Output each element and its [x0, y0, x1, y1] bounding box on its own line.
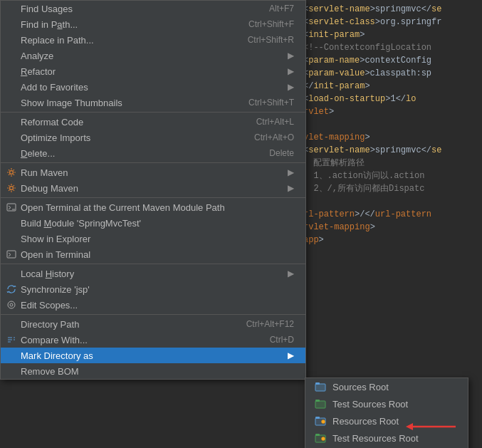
menu-item-find-in-path[interactable]: Find in Path... Ctrl+Shift+F — [1, 16, 305, 32]
code-line: <!--ContextconfigLocation — [303, 41, 478, 54]
submenu-item-label: Sources Root — [332, 382, 389, 392]
code-line: 1、.action访问以.action — [303, 170, 478, 182]
code-line: 配置解析路径 — [303, 157, 478, 170]
submenu-arrow-icon: ▶ — [288, 167, 294, 177]
menu-separator — [1, 162, 305, 163]
menu-item-build-module[interactable]: Build Module 'SpringMvcTest' — [1, 215, 305, 231]
menu-item-mark-directory-as[interactable]: Mark Directory as ▶ — [1, 348, 305, 363]
menu-item-edit-scopes[interactable]: Edit Scopes... — [1, 297, 305, 313]
resources-root-icon — [314, 416, 327, 426]
submenu-arrow-icon: ▶ — [288, 350, 294, 360]
menu-item-find-usages[interactable]: Find Usages Alt+F7 — [1, 1, 305, 16]
code-line: <load-on-startup>1</lo — [303, 93, 478, 105]
menu-item-add-to-favorites[interactable]: Add to Favorites ▶ — [1, 79, 305, 95]
code-line: 2、/,所有访问都由Dispatc — [303, 182, 478, 195]
menu-item-refactor[interactable]: Refactor ▶ — [1, 63, 305, 79]
menu-item-remove-bom[interactable]: Remove BOM — [1, 363, 305, 379]
code-line: <servlet-name>springmvc</se — [303, 144, 478, 157]
menu-separator — [1, 197, 305, 198]
code-line: <init-param> — [303, 28, 478, 41]
code-line: <param-value>classpath:sp — [303, 67, 478, 80]
code-line: <param-name>contextConfig — [303, 54, 478, 67]
code-line — [303, 118, 478, 131]
menu-item-debug-maven[interactable]: Debug Maven ▶ — [1, 180, 305, 196]
svg-point-5 — [10, 303, 13, 306]
menu-item-synchronize[interactable]: Synchronize 'jsp' — [1, 281, 305, 297]
test-resources-root-icon — [314, 433, 327, 443]
svg-rect-18 — [315, 434, 320, 436]
menu-separator — [1, 264, 305, 264]
svg-point-1 — [10, 187, 14, 190]
svg-rect-14 — [315, 417, 320, 419]
menu-item-optimize-imports[interactable]: Optimize Imports Ctrl+Alt+O — [1, 130, 305, 145]
menu-item-replace-in-path[interactable]: Replace in Path... Ctrl+Shift+R — [1, 32, 305, 48]
svg-rect-6 — [315, 384, 325, 391]
submenu-arrow-icon: ▶ — [288, 66, 294, 76]
menu-separator — [1, 314, 305, 315]
mark-directory-submenu: Sources Root Test Sources Root Resources… — [305, 377, 468, 448]
menu-item-show-in-explorer[interactable]: Show in Explorer — [1, 231, 305, 246]
code-line: </init-param> — [303, 80, 478, 93]
submenu-arrow-icon: ▶ — [288, 269, 294, 278]
code-line: rl-pattern>/</url-pattern — [303, 208, 478, 221]
gear-icon — [5, 182, 18, 194]
svg-rect-8 — [315, 382, 320, 385]
submenu-arrow-icon: ▶ — [288, 82, 294, 92]
menu-item-reformat-code[interactable]: Reformat Code Ctrl+Alt+L — [1, 114, 305, 130]
svg-point-15 — [322, 420, 325, 424]
code-line: app> — [303, 234, 478, 246]
menu-item-analyze[interactable]: Analyze ▶ — [1, 48, 305, 63]
menu-item-open-in-terminal[interactable]: Open in Terminal — [1, 246, 305, 262]
svg-point-4 — [8, 301, 15, 308]
compare-icon — [5, 333, 18, 346]
menu-separator — [1, 112, 305, 113]
menu-item-directory-path[interactable]: Directory Path Ctrl+Alt+F12 — [1, 316, 305, 332]
submenu-arrow-icon: ▶ — [288, 51, 294, 61]
submenu-item-test-sources-root[interactable]: Test Sources Root — [305, 395, 468, 412]
code-line: <servlet-name>springmvc</se — [303, 3, 478, 16]
menu-item-compare-with[interactable]: Compare With... Ctrl+D — [1, 332, 305, 348]
menu-item-delete[interactable]: Delete... Delete — [1, 145, 305, 161]
svg-point-19 — [322, 437, 325, 441]
sources-root-icon — [314, 382, 327, 392]
context-menu: Find Usages Alt+F7 Find in Path... Ctrl+… — [0, 0, 306, 380]
code-line — [303, 195, 478, 208]
svg-point-0 — [10, 171, 14, 174]
menu-item-run-maven[interactable]: Run Maven ▶ — [1, 165, 305, 180]
gear-icon — [5, 166, 18, 179]
svg-rect-3 — [7, 251, 16, 258]
menu-item-local-history[interactable]: Local History ▶ — [1, 266, 305, 281]
submenu-item-label: Test Sources Root — [332, 399, 408, 410]
code-line: rvlet-mapping> — [303, 221, 478, 234]
submenu-arrow-icon: ▶ — [288, 183, 294, 193]
terminal-icon — [5, 201, 18, 214]
resources-root-arrow-indicator — [406, 420, 463, 436]
submenu-item-label: Resources Root — [332, 416, 399, 427]
svg-rect-11 — [315, 400, 320, 402]
terminal-icon — [5, 248, 18, 261]
code-line: vlet-mapping> — [303, 131, 478, 144]
scope-icon — [5, 298, 18, 311]
svg-rect-9 — [315, 401, 325, 408]
code-line: <servlet-class>org.springfr — [303, 16, 478, 28]
svg-marker-27 — [406, 423, 413, 430]
menu-item-open-terminal-maven[interactable]: Open Terminal at the Current Maven Modul… — [1, 199, 305, 215]
code-line: rvlet> — [303, 105, 478, 118]
menu-item-show-image-thumbnails[interactable]: Show Image Thumbnails Ctrl+Shift+T — [1, 95, 305, 110]
sync-icon — [5, 283, 18, 296]
test-sources-root-icon — [314, 399, 327, 409]
submenu-item-sources-root[interactable]: Sources Root — [305, 378, 468, 395]
